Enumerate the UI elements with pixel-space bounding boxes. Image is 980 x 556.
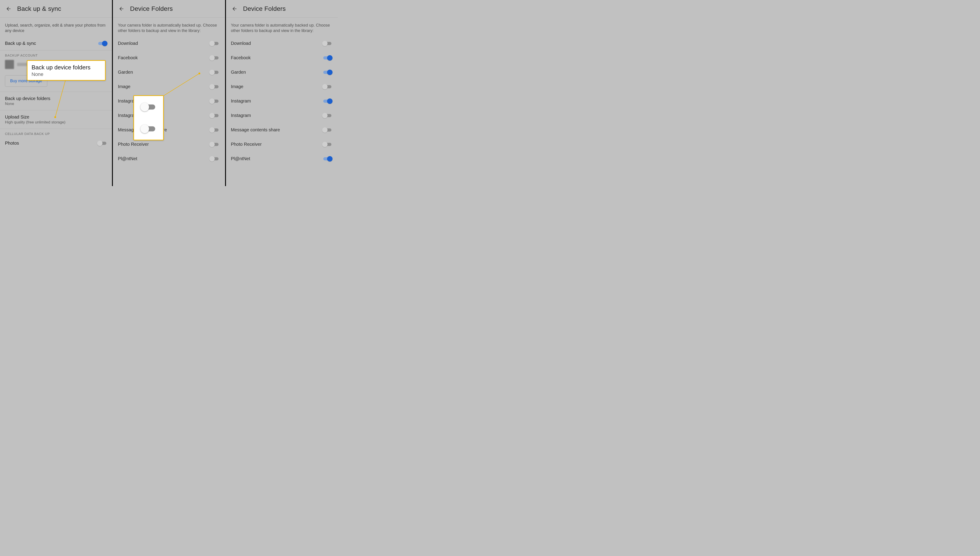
folder-switch[interactable]	[210, 156, 219, 162]
page-subhead: Your camera folder is automatically back…	[226, 18, 338, 35]
folder-name: Image	[231, 84, 244, 89]
callout-anchor-dot	[54, 116, 56, 118]
folder-row[interactable]: Facebook	[113, 51, 225, 65]
page-title: Back up & sync	[17, 5, 61, 12]
folder-name: Pl@ntNet	[231, 156, 250, 161]
folder-name: Download	[231, 41, 251, 46]
section-backup-account: BACKUP ACCOUNT	[0, 50, 112, 58]
callout-backup-device-folders: Back up device folders None	[27, 60, 106, 81]
folder-row[interactable]: Instagram	[226, 94, 338, 108]
folder-name: Photo Receiver	[118, 142, 149, 147]
page-subhead: Your camera folder is automatically back…	[113, 18, 225, 35]
folder-name: Download	[118, 41, 138, 46]
folder-row[interactable]: Garden	[226, 65, 338, 79]
folder-switch[interactable]	[323, 113, 332, 118]
folder-name: Instagram	[231, 113, 251, 118]
folder-switch[interactable]	[210, 55, 219, 61]
back-button[interactable]	[117, 4, 126, 13]
folder-name: Photo Receiver	[231, 142, 262, 147]
backup-sync-label: Back up & sync	[5, 41, 36, 46]
folder-name: Pl@ntNet	[118, 156, 137, 161]
folder-switch[interactable]	[323, 142, 332, 147]
folder-name: Image	[118, 84, 131, 89]
folder-row[interactable]: Download	[113, 36, 225, 51]
folder-switch[interactable]	[323, 99, 332, 104]
folder-switch[interactable]	[210, 127, 219, 133]
folder-row[interactable]: Photo Receiver	[113, 137, 225, 152]
folder-switch[interactable]	[210, 84, 219, 89]
panel-device-folders-after: Device Folders Your camera folder is aut…	[226, 0, 338, 186]
folder-row[interactable]: Pl@ntNet	[113, 152, 225, 166]
callout-toggle-switches	[133, 95, 164, 141]
page-description: Upload, search, organize, edit & share y…	[0, 18, 112, 37]
folder-switch[interactable]	[210, 70, 219, 75]
back-button[interactable]	[230, 4, 239, 13]
topbar: Device Folders	[226, 0, 338, 18]
folder-switch[interactable]	[210, 41, 219, 46]
backup-device-folders-value: None	[5, 102, 14, 106]
folder-switch[interactable]	[210, 113, 219, 118]
folder-row[interactable]: Image	[226, 79, 338, 94]
backup-sync-toggle-row[interactable]: Back up & sync	[0, 37, 112, 50]
cellular-photos-label: Photos	[5, 141, 19, 146]
folder-row[interactable]: Instagram	[113, 94, 225, 108]
folder-switch[interactable]	[323, 55, 332, 61]
panel-backup-sync: Back up & sync Upload, search, organize,…	[0, 0, 112, 186]
folder-name: Garden	[231, 70, 246, 75]
upload-size-row[interactable]: Upload Size High quality (free unlimited…	[0, 110, 112, 129]
folder-switch[interactable]	[323, 70, 332, 75]
folder-row[interactable]: Pl@ntNet	[226, 152, 338, 166]
folder-name: Facebook	[118, 55, 138, 60]
arrow-left-icon	[118, 6, 124, 12]
page-title: Device Folders	[243, 5, 286, 12]
folder-switch[interactable]	[210, 142, 219, 147]
upload-size-value: High quality (free unlimited storage)	[5, 120, 65, 124]
folder-row[interactable]: Facebook	[226, 51, 338, 65]
callout-value: None	[32, 71, 101, 77]
arrow-left-icon	[6, 6, 11, 12]
folder-switch[interactable]	[323, 41, 332, 46]
folder-name: Garden	[118, 70, 133, 75]
back-button[interactable]	[4, 4, 13, 13]
callout-switch-off	[141, 124, 156, 133]
callout-title: Back up device folders	[32, 64, 101, 71]
arrow-left-icon	[232, 6, 237, 12]
cellular-photos-switch[interactable]	[98, 141, 107, 146]
folder-switch[interactable]	[210, 99, 219, 104]
topbar: Back up & sync	[0, 0, 112, 18]
folder-row[interactable]: Instagram	[226, 108, 338, 123]
panel-device-folders-before: Device Folders Your camera folder is aut…	[113, 0, 225, 186]
cellular-photos-row[interactable]: Photos	[0, 137, 112, 150]
folder-switch[interactable]	[323, 127, 332, 133]
folder-name: Instagram	[231, 99, 251, 103]
topbar: Device Folders	[113, 0, 225, 18]
folder-switch[interactable]	[323, 156, 332, 162]
folder-row[interactable]: Download	[226, 36, 338, 51]
avatar	[5, 60, 14, 69]
backup-device-folders-row[interactable]: Back up device folders None	[0, 92, 112, 110]
page-title: Device Folders	[130, 5, 173, 12]
folder-row[interactable]: Image	[113, 79, 225, 94]
folder-row[interactable]: Photo Receiver	[226, 137, 338, 152]
folder-row[interactable]: Message contents share	[113, 123, 225, 137]
folder-list: DownloadFacebookGardenImageInstagramInst…	[226, 35, 338, 166]
folder-row[interactable]: Garden	[113, 65, 225, 79]
folder-list: DownloadFacebookGardenImageInstagramInst…	[113, 35, 225, 166]
callout-switch-off	[141, 102, 156, 111]
backup-device-folders-title: Back up device folders	[5, 96, 50, 101]
folder-row[interactable]: Message contents share	[226, 123, 338, 137]
folder-switch[interactable]	[323, 84, 332, 89]
folder-name: Message contents share	[231, 127, 280, 133]
section-cellular: CELLULAR DATA BACK UP	[0, 129, 112, 137]
folder-name: Facebook	[231, 55, 251, 60]
upload-size-title: Upload Size	[5, 115, 29, 120]
folder-row[interactable]: Instagram	[113, 108, 225, 123]
backup-sync-switch[interactable]	[98, 41, 107, 46]
